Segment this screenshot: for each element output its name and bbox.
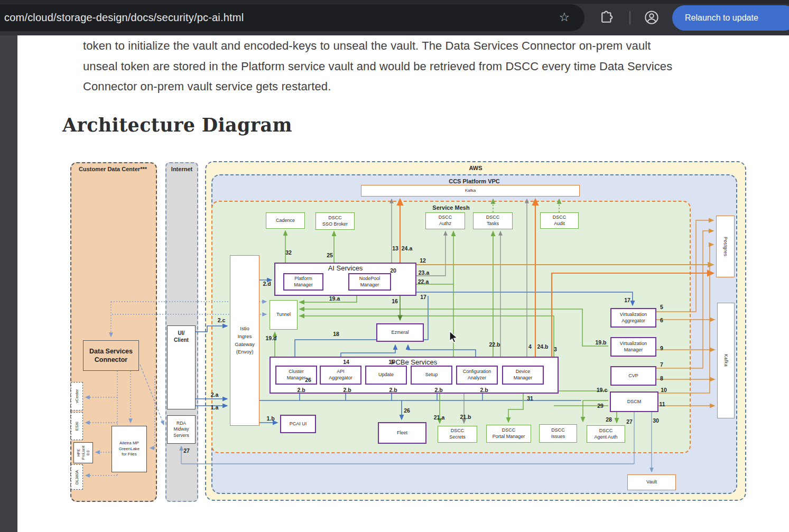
ezmeral: Ezmeral (376, 323, 424, 342)
ui-client: UI/ Client (167, 325, 196, 409)
dscc-sso-broker: DSCC SSO Broker (315, 212, 355, 230)
edge-label-28: 28 (606, 416, 612, 423)
edge-label-2.b: 2.b (480, 387, 488, 393)
edge-label-29: 29 (597, 403, 604, 409)
edge-label-2.b: 2.b (389, 387, 397, 393)
edge-label-2.d: 2.d (263, 281, 271, 287)
edge-label-19.b: 19.b (595, 339, 606, 346)
service-mesh-label: Service Mesh (212, 204, 690, 211)
screenshot-root: com/cloud/storage-design/docs/security/p… (0, 0, 789, 532)
dl380a: DL380A (71, 464, 83, 490)
edge-label-26: 26 (404, 407, 410, 414)
edge-label-14: 14 (343, 359, 349, 365)
configuration-analyzer: Configuration Analyzer (456, 366, 498, 385)
data-services-connector: Data Services Connector (83, 340, 139, 371)
edge-label-2.a: 2.a (211, 391, 219, 398)
istio-ingres-gateway: Istio Ingres Gateway (Envoy) (230, 255, 259, 426)
edge-label-22.b: 22.b (489, 341, 500, 348)
virtualization-aggregator: Virtualization Aggregator (610, 308, 656, 328)
postgres: Postgres (716, 216, 735, 277)
alletra-mp-greenlake: Alletra MP GreenLake for Files (112, 426, 147, 472)
edge-label-5: 5 (660, 304, 663, 310)
pcai-ui: PCAI UI (280, 415, 316, 433)
api-aggregator: API Aggregator (320, 366, 361, 385)
edge-label-24.b: 24.b (537, 343, 548, 350)
rda-midway-servers: RDA Midway Servers (167, 415, 196, 444)
cvp: CVP (610, 366, 656, 386)
edge-label-13: 13 (392, 245, 398, 251)
mouse-cursor (448, 331, 461, 347)
edge-label-26: 26 (305, 377, 311, 383)
edge-label-9: 9 (660, 345, 663, 351)
dscc-audit: DSCC Audit (540, 212, 579, 229)
virtualization-manager: Virtualization Manager (610, 337, 656, 357)
edge-label-3: 3 (554, 346, 557, 352)
edge-label-19.a: 19.a (329, 295, 340, 302)
edge-label-20: 20 (390, 267, 396, 274)
dscm: DSCM (610, 391, 658, 412)
dscc-portal-manager: DSCC Portal Manager (486, 425, 531, 443)
ccs-platform-vpc-label: CCS Platform VPC (212, 178, 736, 184)
device-manager: Device Manager (502, 366, 544, 385)
edge-label-17: 17 (420, 294, 426, 300)
edge-label-23.a: 23.a (419, 269, 429, 276)
edge-label-2.b: 2.b (297, 387, 305, 393)
dscc-secrets: DSCC Secrets (438, 426, 477, 443)
platform-manager: Platform Manager (283, 273, 323, 291)
esxi: ESXi (71, 412, 83, 440)
edge-label-25: 25 (327, 252, 333, 258)
edge-label-19.d: 19.d (265, 335, 276, 341)
edge-label-27: 27 (626, 418, 633, 425)
edge-label-32: 32 (285, 249, 292, 256)
kafka-top-bar: Kafka (361, 185, 580, 197)
cadence: Cadence (266, 212, 305, 229)
aws-zone-label: AWS (206, 165, 745, 171)
nodepool-manager: NodePool Manager (348, 273, 391, 291)
edge-label-2.b: 2.b (343, 387, 351, 393)
setup-service: Setup (411, 366, 452, 385)
edge-label-30: 30 (653, 417, 659, 424)
edge-label-4: 4 (528, 343, 532, 350)
edge-label-21.a: 21.a (434, 414, 444, 421)
edge-label-2.b: 2.b (434, 387, 442, 393)
edge-label-10: 10 (661, 387, 667, 393)
edge-label-11: 11 (659, 401, 665, 407)
edge-label-24.a: 24.a (402, 245, 412, 251)
dscc-tasks: DSCC Tasks (473, 212, 513, 229)
edge-label-8: 8 (660, 375, 663, 381)
vcenter: vCenter (71, 382, 83, 410)
dscc-authz: DSCC Authz (425, 212, 465, 229)
edge-label-27: 27 (183, 447, 190, 454)
update-service: Update (365, 366, 407, 385)
vault: Vault (627, 474, 676, 490)
edge-label-7: 7 (660, 361, 663, 368)
internet-zone-label: Internet (166, 166, 197, 172)
edge-label-1.b: 1.b (266, 415, 274, 422)
tunnel: Tunnel (270, 300, 298, 330)
dscc-agent-auth: DSCC Agent Auth (587, 425, 625, 443)
edge-label-31: 31 (527, 395, 533, 402)
customer-data-center-label: Customer Data Center*** (71, 166, 156, 172)
fleet: Fleet (378, 422, 426, 444)
edge-label-21.b: 21.b (460, 414, 471, 420)
edge-label-2.c: 2.c (218, 317, 226, 323)
edge-label-19.c: 19.c (597, 387, 607, 393)
edge-label-1.a: 1.a (211, 404, 219, 410)
kafka-right: Kafka (717, 303, 735, 418)
hpe-proliant: HPE ProLiant 8.0 (73, 442, 93, 463)
edge-label-16: 16 (392, 298, 398, 304)
dscc-issues: DSCC Issues (539, 424, 577, 443)
edge-label-15: 15 (388, 359, 395, 365)
edge-label-17: 17 (624, 297, 630, 303)
edge-label-18: 18 (333, 331, 339, 337)
architecture-diagram: Customer Data Center***InternetAWSCCS Pl… (0, 0, 789, 532)
edge-label-12: 12 (420, 257, 426, 264)
edge-label-22.a: 22.a (418, 278, 429, 285)
edge-label-6: 6 (660, 317, 663, 323)
